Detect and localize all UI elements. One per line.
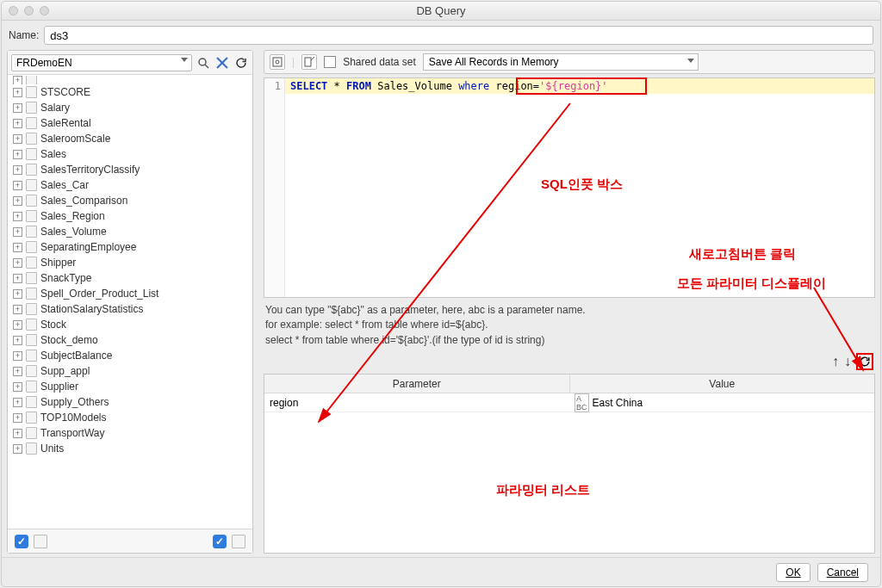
- tree-item[interactable]: +Sales_Comparison: [9, 193, 251, 208]
- tree-item[interactable]: +SalesTerritoryClassify: [9, 162, 251, 177]
- tree-item-label: Spell_Order_Product_List: [40, 288, 158, 300]
- shared-label: Shared data set: [343, 56, 416, 68]
- expand-icon[interactable]: +: [13, 367, 22, 376]
- line-number: 1: [264, 80, 281, 92]
- expand-icon[interactable]: +: [13, 134, 22, 144]
- expand-icon[interactable]: +: [13, 336, 22, 345]
- tree-item[interactable]: +Sales: [9, 146, 251, 162]
- expand-icon[interactable]: +: [13, 243, 22, 252]
- chevron-down-icon: [687, 59, 694, 63]
- tree-item[interactable]: +Shipper: [9, 255, 251, 270]
- expand-icon[interactable]: +: [13, 429, 22, 438]
- refresh-ds-icon[interactable]: [233, 55, 249, 71]
- tree-item[interactable]: +SubjectBalance: [9, 348, 251, 363]
- footer-check-2[interactable]: [213, 535, 227, 548]
- expand-icon[interactable]: +: [13, 382, 22, 392]
- parameter-table[interactable]: Parameter Value region ABC East China: [264, 374, 875, 554]
- tree-item[interactable]: +Sales_Volume: [9, 224, 251, 239]
- expand-icon[interactable]: +: [13, 444, 22, 454]
- refresh-params-button[interactable]: [856, 353, 873, 370]
- expand-icon[interactable]: +: [13, 274, 22, 283]
- save-mode-value: Save All Records in Memory: [429, 56, 559, 68]
- shared-checkbox[interactable]: [324, 56, 336, 68]
- expand-icon[interactable]: +: [13, 227, 22, 237]
- sql-editor[interactable]: 1 SELECT * FROM Sales_Volume where regio…: [264, 77, 875, 298]
- table-icon: [26, 319, 37, 331]
- tree-item-label: Stock: [40, 319, 66, 331]
- table-tree[interactable]: ++STSCORE+Salary+SaleRental+SaleroomScal…: [8, 75, 252, 529]
- name-input[interactable]: [44, 26, 873, 45]
- table-icon: [26, 164, 37, 176]
- tree-item[interactable]: +SaleRental: [9, 115, 251, 131]
- preview-icon[interactable]: [270, 54, 285, 70]
- tree-item[interactable]: +Supplier: [9, 379, 251, 394]
- footer-check-1[interactable]: [15, 535, 28, 548]
- tree-item[interactable]: +Sales_Region: [9, 208, 251, 224]
- expand-icon[interactable]: +: [13, 119, 22, 128]
- chevron-down-icon: [181, 58, 188, 62]
- sql-line[interactable]: SELECT * FROM Sales_Volume where region=…: [285, 78, 874, 94]
- tree-item[interactable]: +STSCORE: [9, 84, 251, 100]
- table-icon: [26, 257, 37, 269]
- splitter[interactable]: [257, 50, 260, 554]
- tree-item[interactable]: +SaleroomScale: [9, 131, 251, 146]
- expand-icon[interactable]: +: [13, 196, 22, 206]
- table-icon: [26, 365, 37, 377]
- svg-point-5: [276, 60, 279, 64]
- expand-icon[interactable]: +: [13, 181, 22, 190]
- param-toolbar: ↑ ↓: [264, 353, 875, 370]
- table-icon: [26, 396, 37, 408]
- expand-icon[interactable]: +: [13, 212, 22, 221]
- expand-icon[interactable]: +: [13, 258, 22, 268]
- ok-button[interactable]: OK: [776, 563, 810, 582]
- tree-item[interactable]: +SeparatingEmployee: [9, 239, 251, 255]
- expand-icon[interactable]: +: [13, 150, 22, 159]
- table-icon: [26, 226, 37, 238]
- tree-item-label: Supply_Others: [40, 396, 109, 408]
- tree-item-label: SaleroomScale: [40, 133, 110, 145]
- table-icon: [26, 86, 37, 98]
- param-name-cell[interactable]: region: [264, 393, 569, 412]
- tree-item[interactable]: +Supp_appl: [9, 363, 251, 379]
- tree-item[interactable]: +TOP10Models: [9, 410, 251, 425]
- table-row[interactable]: region ABC East China: [264, 393, 874, 412]
- tree-item[interactable]: +StationSalaryStatistics: [9, 301, 251, 317]
- expand-icon[interactable]: +: [13, 320, 22, 330]
- datasource-select[interactable]: FRDemoEN: [11, 54, 192, 71]
- hint-text: You can type "${abc}" as a parameter, he…: [264, 303, 875, 348]
- datasource-label: FRDemoEN: [16, 57, 72, 69]
- tree-item[interactable]: +Units: [9, 441, 251, 456]
- tree-item-label: Units: [40, 443, 64, 455]
- expand-icon[interactable]: +: [13, 103, 22, 113]
- tree-item-label: Stock_demo: [40, 334, 98, 346]
- dialog-footer: OK Cancel: [2, 557, 880, 586]
- tree-item[interactable]: +Supply_Others: [9, 394, 251, 410]
- settings-icon[interactable]: [214, 55, 230, 71]
- expand-icon[interactable]: +: [13, 413, 22, 423]
- table-icon: [26, 117, 37, 129]
- param-value-cell[interactable]: ABC East China: [569, 393, 874, 412]
- expand-icon[interactable]: +: [13, 351, 22, 361]
- table-icon: [26, 272, 37, 284]
- table-icon: [26, 334, 37, 346]
- tree-item[interactable]: +Salary: [9, 100, 251, 115]
- cancel-button[interactable]: Cancel: [817, 563, 868, 582]
- tree-item[interactable]: +Stock: [9, 317, 251, 332]
- search-icon[interactable]: [196, 55, 211, 71]
- tree-item[interactable]: +Spell_Order_Product_List: [9, 286, 251, 301]
- move-down-icon[interactable]: ↓: [844, 354, 851, 369]
- expand-icon[interactable]: +: [13, 165, 22, 175]
- move-up-icon[interactable]: ↑: [832, 354, 839, 369]
- tree-item[interactable]: +Sales_Car: [9, 177, 251, 193]
- expand-icon[interactable]: +: [13, 305, 22, 314]
- edit-sql-icon[interactable]: [301, 54, 317, 70]
- tree-item-label: SnackType: [40, 272, 91, 284]
- tree-item[interactable]: +Stock_demo: [9, 332, 251, 348]
- expand-icon[interactable]: +: [13, 289, 22, 299]
- expand-icon[interactable]: +: [13, 88, 22, 97]
- tree-item[interactable]: +SnackType: [9, 270, 251, 286]
- abc-icon: ABC: [575, 393, 589, 412]
- tree-item[interactable]: +TransportWay: [9, 425, 251, 441]
- expand-icon[interactable]: +: [13, 398, 22, 407]
- save-mode-select[interactable]: Save All Records in Memory: [423, 53, 699, 71]
